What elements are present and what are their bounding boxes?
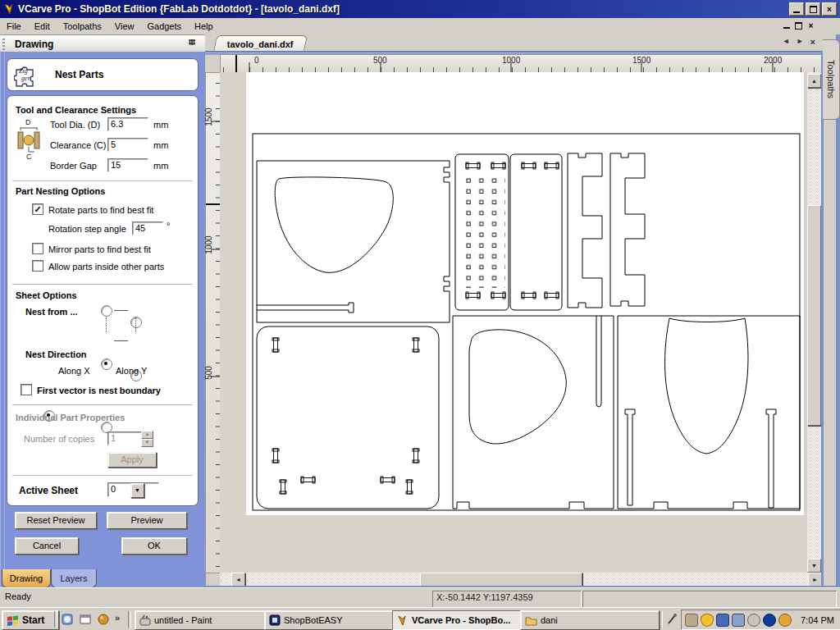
- tool-dia-input[interactable]: 6.3: [107, 117, 148, 131]
- cancel-button[interactable]: Cancel: [15, 537, 79, 555]
- document-tab[interactable]: tavolo_dani.dxf: [213, 35, 308, 52]
- mdi-minimize-button[interactable]: [780, 20, 792, 31]
- shopbot-icon: [269, 614, 281, 626]
- tray-power-icon[interactable]: [763, 614, 776, 627]
- copies-label: Number of copies: [24, 434, 94, 444]
- restore-button[interactable]: [806, 2, 820, 16]
- settings-box: Tool and Clearance Settings D C Tool Dia…: [7, 95, 199, 506]
- svg-text:D: D: [25, 118, 31, 126]
- ruler-h-label-2000: 2000: [764, 56, 782, 65]
- nest-direction-label: Nest Direction: [25, 349, 87, 359]
- rotation-step-label: Rotation step angle: [48, 224, 126, 234]
- ruler-h-label-500: 500: [373, 56, 387, 65]
- status-extra-cell: [582, 591, 837, 608]
- drawing-canvas[interactable]: ▲ ▼: [220, 72, 821, 573]
- quicklaunch-overflow-icon[interactable]: »: [115, 613, 120, 623]
- rotate-parts-checkbox[interactable]: ✓: [32, 203, 43, 215]
- active-sheet-dropdown-icon[interactable]: ▼: [130, 483, 144, 498]
- scroll-right-icon[interactable]: ►: [808, 573, 822, 587]
- mdi-close-button[interactable]: ×: [805, 20, 817, 31]
- rotation-step-input[interactable]: 45: [132, 221, 163, 235]
- individual-part-title: Individual Part Properties: [16, 413, 125, 422]
- active-sheet-label: Active Sheet: [19, 485, 78, 496]
- tab-scroll-left-icon[interactable]: ◄: [783, 37, 790, 47]
- title-bar: VCarve Pro - ShopBot Edition {FabLab Dot…: [0, 0, 840, 18]
- menu-bar: File Edit Toolpaths View Gadgets Help ×: [0, 18, 840, 35]
- spinner-down-icon[interactable]: ▼: [141, 439, 153, 447]
- tablet-pen-icon[interactable]: [666, 613, 678, 626]
- taskbar-clock[interactable]: 7:04 PM: [801, 615, 834, 625]
- preview-button[interactable]: Preview: [107, 512, 187, 529]
- clearance-unit: mm: [153, 140, 168, 150]
- frame-right-inner: [821, 51, 824, 586]
- first-vector-checkbox[interactable]: [21, 384, 32, 395]
- nest-from-top-left-radio[interactable]: [101, 305, 112, 317]
- tray-update-icon[interactable]: [778, 614, 792, 627]
- panel-grip[interactable]: [2, 39, 5, 50]
- ok-button[interactable]: OK: [121, 537, 187, 555]
- tray-security-shield-icon[interactable]: [701, 614, 714, 627]
- show-desktop-icon[interactable]: [79, 613, 92, 626]
- copies-spinner[interactable]: ▲ ▼: [141, 431, 153, 447]
- svg-text:C: C: [26, 153, 32, 160]
- task-shopboteasy[interactable]: ShopBotEASY: [264, 610, 397, 630]
- quicklaunch-app-icon[interactable]: [61, 613, 74, 626]
- border-gap-input[interactable]: 15: [107, 158, 148, 172]
- sheet-options-title: Sheet Options: [16, 290, 77, 300]
- start-button[interactable]: Start: [2, 610, 59, 630]
- tab-drawing[interactable]: Drawing: [2, 569, 51, 588]
- task-paint[interactable]: untitled - Paint: [135, 610, 269, 630]
- status-bar: Ready X:-50.1442 Y:1197.4359: [0, 587, 840, 608]
- screen: { "titlebar": { "title": "VCarve Pro - S…: [0, 0, 840, 630]
- menu-help[interactable]: Help: [188, 20, 220, 33]
- task-vcarve[interactable]: VCarve Pro - ShopBo...: [392, 610, 523, 630]
- task-dani-folder[interactable]: dani: [520, 610, 660, 630]
- window-title: VCarve Pro - ShopBot Edition {FabLab Dot…: [18, 3, 340, 15]
- clearance-label: Clearance (C): [50, 140, 106, 150]
- tray-network-icon[interactable]: [716, 614, 729, 627]
- minimize-button[interactable]: [789, 2, 804, 16]
- scroll-left-icon[interactable]: ◄: [231, 573, 245, 587]
- mdi-restore-button[interactable]: [792, 20, 805, 31]
- menu-edit[interactable]: Edit: [28, 20, 57, 33]
- close-button[interactable]: ×: [822, 2, 837, 16]
- spinner-up-icon[interactable]: ▲: [141, 431, 153, 439]
- mirror-parts-checkbox[interactable]: [32, 243, 43, 254]
- taskbar-divider-3: [660, 611, 663, 628]
- menu-gadgets[interactable]: Gadgets: [140, 20, 188, 33]
- menu-file[interactable]: File: [0, 20, 28, 33]
- horizontal-scroll-thumb[interactable]: [420, 573, 582, 587]
- vertical-scrollbar[interactable]: ▲ ▼: [807, 72, 821, 573]
- tab-toolpaths[interactable]: Toolpaths: [823, 39, 840, 120]
- allow-inside-checkbox[interactable]: [32, 260, 43, 272]
- scroll-up-icon[interactable]: ▲: [807, 74, 821, 88]
- copies-input[interactable]: 1: [107, 431, 144, 445]
- vertical-scroll-thumb[interactable]: [807, 205, 821, 426]
- browser-icon[interactable]: [97, 613, 110, 626]
- tab-scroll-right-icon[interactable]: ►: [797, 37, 804, 47]
- menu-view[interactable]: View: [108, 20, 141, 33]
- tool-diagram-icon: D C: [16, 117, 47, 160]
- reset-preview-button[interactable]: Reset Preview: [15, 512, 97, 529]
- system-tray: 7:04 PM: [681, 609, 840, 630]
- nest-from-connector-top: [114, 310, 128, 311]
- pin-icon[interactable]: [187, 39, 197, 48]
- nest-from-connector-left: [106, 317, 107, 332]
- tab-layers[interactable]: Layers: [51, 569, 97, 588]
- nest-from-label: Nest from ...: [25, 307, 78, 317]
- ruler-h-label-0: 0: [254, 56, 259, 65]
- clearance-input[interactable]: 5: [107, 138, 148, 152]
- nest-from-bottom-left-radio[interactable]: [101, 358, 112, 370]
- tray-settings-icon[interactable]: [747, 614, 760, 627]
- ruler-h-label-1000: 1000: [502, 56, 520, 65]
- tray-device-icon[interactable]: [685, 614, 698, 627]
- rotation-step-unit: °: [167, 221, 170, 231]
- svg-text:ger: ger: [21, 75, 31, 82]
- along-x-label: Along X: [58, 366, 90, 376]
- apply-button[interactable]: Apply: [107, 452, 157, 468]
- scroll-down-icon[interactable]: ▼: [807, 559, 821, 573]
- menu-toolpaths[interactable]: Toolpaths: [57, 20, 108, 33]
- tray-volume-muted-icon[interactable]: [732, 614, 745, 627]
- tab-close-icon[interactable]: ×: [810, 37, 815, 47]
- horizontal-scrollbar[interactable]: ◄ ►: [220, 573, 821, 586]
